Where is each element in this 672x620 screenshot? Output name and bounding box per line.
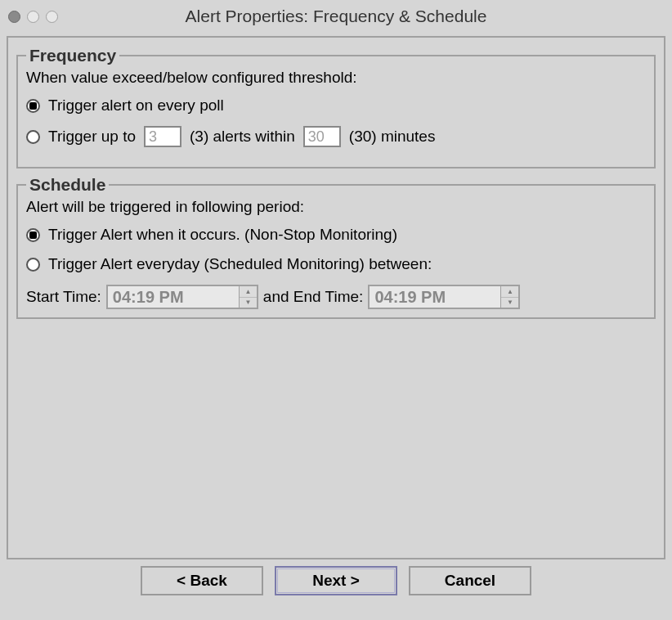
spinner-icon[interactable]: ▲ ▼ (239, 286, 257, 308)
frequency-legend: Frequency (26, 46, 119, 65)
radio-icon (26, 258, 40, 272)
next-button[interactable]: Next > (275, 566, 397, 595)
end-time-label: and End Time: (263, 288, 364, 306)
schedule-opt-nonstop[interactable]: Trigger Alert when it occurs. (Non-Stop … (26, 226, 646, 244)
alert-minutes-input[interactable] (303, 126, 341, 147)
radio-label-prefix: Trigger up to (48, 128, 136, 146)
frequency-group: Frequency When value exceed/below config… (16, 46, 656, 168)
spinner-icon[interactable]: ▲ ▼ (500, 286, 518, 308)
window-title: Alert Properties: Frequency & Schedule (0, 7, 672, 26)
radio-icon (26, 130, 40, 144)
schedule-opt-scheduled[interactable]: Trigger Alert everyday (Scheduled Monito… (26, 255, 646, 273)
start-time-label: Start Time: (26, 288, 101, 306)
schedule-desc: Alert will be triggered in following per… (26, 198, 646, 216)
schedule-time-row: Start Time: 04:19 PM ▲ ▼ and End Time: 0… (26, 285, 646, 309)
radio-icon (26, 99, 40, 113)
chevron-up-icon[interactable]: ▲ (240, 286, 257, 298)
schedule-legend: Schedule (26, 175, 109, 195)
cancel-button[interactable]: Cancel (409, 566, 531, 595)
radio-label: Trigger alert on every poll (48, 97, 224, 115)
window-body: Frequency When value exceed/below config… (0, 33, 672, 602)
close-icon[interactable] (8, 11, 20, 23)
content-panel: Frequency When value exceed/below config… (7, 36, 665, 559)
end-time-field[interactable]: 04:19 PM ▲ ▼ (368, 285, 520, 309)
minimize-icon[interactable] (27, 11, 39, 23)
titlebar: Alert Properties: Frequency & Schedule (0, 0, 672, 33)
back-button[interactable]: < Back (141, 566, 263, 595)
frequency-opt-limited[interactable]: Trigger up to (3) alerts within (30) min… (26, 126, 646, 147)
radio-icon (26, 228, 40, 242)
chevron-up-icon[interactable]: ▲ (501, 286, 518, 298)
start-time-field[interactable]: 04:19 PM ▲ ▼ (106, 285, 258, 309)
maximize-icon[interactable] (46, 11, 58, 23)
schedule-group: Schedule Alert will be triggered in foll… (16, 175, 656, 319)
wizard-buttons: < Back Next > Cancel (7, 566, 665, 595)
frequency-desc: When value exceed/below configured thres… (26, 69, 646, 87)
end-time-value: 04:19 PM (370, 286, 500, 308)
radio-label-mid: (3) alerts within (190, 128, 295, 146)
start-time-value: 04:19 PM (108, 286, 239, 308)
radio-label-suffix: (30) minutes (349, 128, 436, 146)
alert-count-input[interactable] (144, 126, 181, 147)
window-controls (8, 11, 58, 23)
chevron-down-icon[interactable]: ▼ (240, 298, 257, 308)
radio-label: Trigger Alert when it occurs. (Non-Stop … (48, 226, 397, 244)
radio-label: Trigger Alert everyday (Scheduled Monito… (48, 255, 432, 273)
chevron-down-icon[interactable]: ▼ (501, 298, 518, 308)
frequency-opt-every-poll[interactable]: Trigger alert on every poll (26, 97, 646, 115)
